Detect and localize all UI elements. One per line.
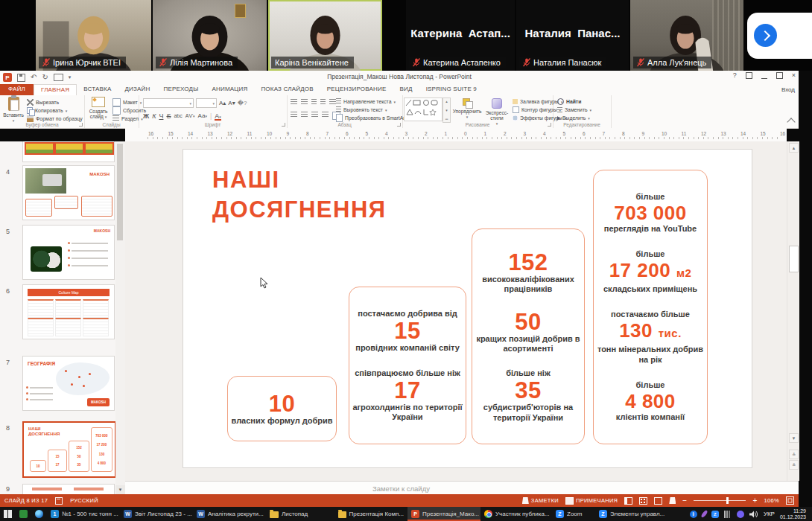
strikethrough-button[interactable]: S <box>166 112 171 120</box>
font-dialog-launcher[interactable] <box>282 123 285 127</box>
taskbar-photos-button[interactable] <box>16 507 31 521</box>
help-button[interactable]: ? <box>733 71 737 79</box>
bold-button[interactable]: Ж <box>143 112 149 120</box>
scroll-down-icon[interactable]: ▼ <box>789 433 799 443</box>
justify-icon[interactable] <box>322 112 329 118</box>
notes-toggle-button[interactable]: ЗАМЕТКИ <box>522 497 559 504</box>
restore-button[interactable] <box>776 72 783 79</box>
zoom-out-button[interactable]: − <box>682 496 687 505</box>
comments-toggle-button[interactable]: ПРИМЕЧАНИЯ <box>565 497 618 505</box>
taskbar-zoom-controls[interactable]: ZЭлементы управл... <box>595 507 671 521</box>
language-indicator[interactable]: РУССКИЙ <box>70 497 98 504</box>
zoom-in-button[interactable]: + <box>752 496 757 505</box>
numbering-icon[interactable] <box>301 99 308 106</box>
find-button[interactable]: Найти <box>557 98 591 106</box>
taskbar-folder-2[interactable]: Презентація Комп... <box>334 507 407 521</box>
clipboard-dialog-launcher[interactable] <box>79 123 83 127</box>
decrease-indent-icon[interactable] <box>311 99 317 106</box>
taskbar-word-2[interactable]: WАналітика рекрути... <box>193 507 266 521</box>
tab-view[interactable]: ВИД <box>393 84 419 95</box>
scrollbar-thumb[interactable] <box>117 144 123 240</box>
notes-status-icon[interactable] <box>55 497 63 505</box>
taskbar-chrome[interactable]: Участник публика... <box>480 507 552 521</box>
clear-formatting-icon[interactable]: �? <box>238 100 247 106</box>
slide-title[interactable]: НАШІДОСЯГНЕННЯ <box>212 165 387 225</box>
gallery-next-button[interactable] <box>754 24 777 47</box>
stat-card-staff[interactable]: 152 висококваліфікованих працівників 50 … <box>472 228 585 444</box>
thumbnail-slide-9-partial[interactable] <box>22 484 115 494</box>
scroll-up-icon[interactable]: ▲ <box>789 143 799 153</box>
thumbnail-slide-7[interactable]: ГЕОГРАФІЯ MAKOSH <box>22 356 115 411</box>
normal-view-button[interactable] <box>624 497 632 505</box>
text-shadow-button[interactable]: abc <box>174 113 182 118</box>
taskbar-zoom[interactable]: ZZoom <box>552 507 595 521</box>
align-text-button[interactable]: Выровнять текст▾ <box>336 106 410 114</box>
viber-icon[interactable] <box>737 511 744 518</box>
next-slide-button[interactable]: ≚ <box>789 460 799 470</box>
tab-design[interactable]: ДИЗАЙН <box>118 84 156 95</box>
zoom-level[interactable]: 106% <box>764 497 779 504</box>
stat-card-suppliers[interactable]: постачаємо добрива від 15 провідних комп… <box>349 287 466 444</box>
stat-card-formulas[interactable]: 10 власних формул добрив <box>227 376 337 441</box>
taskbar-word-1[interactable]: WЗвіт Листопад 23 - ... <box>120 507 193 521</box>
participant-tile-6[interactable]: Алла Лук'янець <box>630 0 743 71</box>
convert-smartart-button[interactable]: Преобразовать в SmartArt▾ <box>336 114 410 122</box>
participant-tile-5[interactable]: Наталия Панас... Наталия Панасюк <box>516 0 629 71</box>
horizontal-ruler[interactable]: 1615141312111098765432101234567891011121… <box>125 128 787 142</box>
taskbar-browser-button[interactable] <box>31 507 47 521</box>
clock[interactable]: 11:29 01.12.2023 <box>780 508 806 520</box>
bluetooth-icon[interactable]: ᛒ <box>690 511 697 518</box>
shrink-font-icon[interactable]: А▾ <box>228 100 235 106</box>
italic-button[interactable]: К <box>152 112 156 120</box>
participant-tile-4[interactable]: Катерина Астап... Катерина Астапенко <box>406 0 515 71</box>
underline-button[interactable]: Ч <box>159 112 163 120</box>
tab-ispring[interactable]: ISPRING SUITE 9 <box>419 84 483 95</box>
taskbar-folder-1[interactable]: Листопад <box>266 507 334 521</box>
participant-tile-1[interactable]: Ірина Юрчик ВТЕІ <box>36 0 151 71</box>
thumbnail-slide-4[interactable]: MAKOSH <box>22 165 115 220</box>
reading-view-button[interactable] <box>654 497 662 505</box>
font-name-select[interactable]: ▾ <box>143 98 194 108</box>
tab-slideshow[interactable]: ПОКАЗ СЛАЙДОВ <box>254 84 320 95</box>
tab-file[interactable]: ФАЙЛ <box>0 84 34 95</box>
text-direction-button[interactable]: Направление текста▾ <box>336 98 410 106</box>
taskbar-powerpoint-active[interactable]: PПрезентація_Мако... <box>407 507 480 521</box>
previous-slide-button[interactable]: ≛ <box>789 450 799 459</box>
sign-in-link[interactable]: Вход <box>781 86 795 93</box>
keyboard-language[interactable]: УКР <box>764 511 775 517</box>
copy-button[interactable]: Копировать▾ <box>27 106 83 115</box>
thumbnail-slide-5[interactable]: MAKOSH <box>22 225 115 280</box>
drawing-dialog-launcher[interactable] <box>548 123 551 127</box>
zoom-tray-icon[interactable]: Z <box>711 511 719 518</box>
select-button[interactable]: Выделить▾ <box>557 114 591 122</box>
align-center-icon[interactable] <box>301 112 308 118</box>
new-slide-button[interactable]: Создать слайд ▾ <box>86 97 111 120</box>
slide-sorter-view-button[interactable] <box>639 497 647 505</box>
tab-review[interactable]: РЕЦЕНЗИРОВАНИЕ <box>320 84 393 95</box>
zoom-slider[interactable] <box>694 497 746 504</box>
taskbar-app-1[interactable]: 1№1 - 500 тис тонн ... <box>47 507 120 521</box>
align-left-icon[interactable] <box>291 112 297 118</box>
increase-indent-icon[interactable] <box>320 99 326 106</box>
participant-tile-2[interactable]: Лілія Мартинова <box>153 0 267 71</box>
slideshow-view-button[interactable] <box>669 497 676 504</box>
shapes-scroll[interactable]: ▴▾═ <box>443 98 451 123</box>
thumbnail-slide-6[interactable]: Culture Map <box>22 284 115 339</box>
tab-home[interactable]: ГЛАВНАЯ <box>34 84 77 96</box>
stat-card-scale[interactable]: більше 703 000 переглядів на YouTube біл… <box>593 170 708 444</box>
paragraph-dialog-launcher[interactable] <box>397 123 401 127</box>
bullets-icon[interactable] <box>291 99 297 106</box>
cut-button[interactable]: Вырезать <box>27 98 83 106</box>
arrange-button[interactable]: Упорядочить▾ <box>451 98 483 120</box>
start-button[interactable] <box>0 507 16 521</box>
character-spacing-button[interactable]: АѴ▾ <box>185 113 195 118</box>
notes-pane[interactable]: Заметки к слайду <box>125 481 799 495</box>
tab-transitions[interactable]: ПЕРЕХОДЫ <box>157 84 206 95</box>
replace-button[interactable]: Заменить▾ <box>557 106 591 114</box>
shapes-gallery[interactable] <box>404 98 443 121</box>
participant-tile-3-active-speaker[interactable]: Каріна Венікайтене <box>268 0 382 71</box>
scrollbar-thumb[interactable] <box>789 246 799 272</box>
font-size-select[interactable]: ▾ <box>196 98 217 108</box>
line-spacing-icon[interactable] <box>329 99 336 106</box>
scroll-down-icon[interactable]: ▼ <box>115 485 125 494</box>
